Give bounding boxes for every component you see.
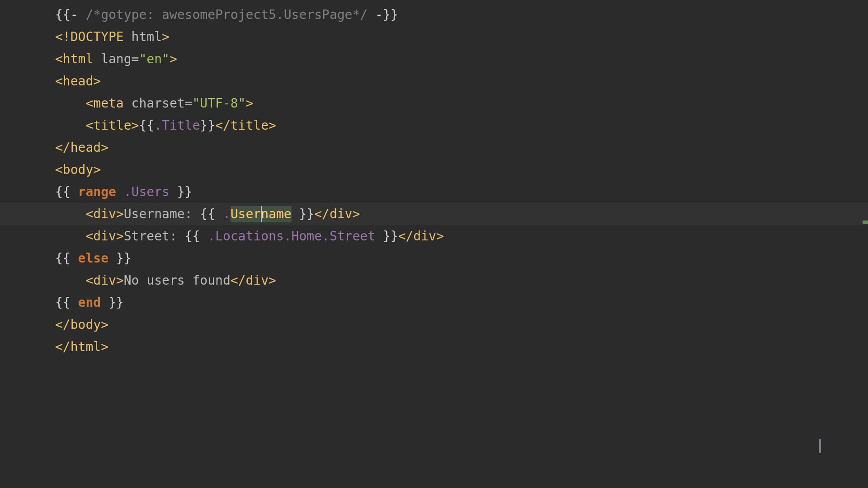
code-token: . [223,206,231,221]
code-token: > [170,52,177,66]
code-token: else [78,251,108,266]
code-line[interactable]: </head> [55,136,444,159]
code-token: {{ [55,295,78,310]
code-token: </div> [231,273,276,288]
code-token: {{- [55,7,85,22]
code-area[interactable]: {{- /*gotype: awesomeProject5.UsersPage*… [55,4,444,358]
text-cursor-icon [819,439,821,453]
code-token: range [78,184,116,199]
code-token: </div> [314,206,360,221]
code-token: lang= [101,52,139,66]
code-token: </head> [55,140,108,155]
code-token: </body> [55,317,108,332]
code-line[interactable]: {{- /*gotype: awesomeProject5.UsersPage*… [55,4,444,26]
code-line[interactable]: <div>Street: {{ .Locations.Home.Street }… [55,225,444,247]
code-line[interactable]: <meta charset="UTF-8"> [55,92,444,114]
code-token: .Title [154,118,200,133]
code-token: }} [200,118,215,133]
code-line[interactable]: <div>Username: {{ .Username }}</div> [55,203,444,225]
code-token: html [132,29,162,44]
code-token: </html> [55,339,108,354]
code-line[interactable]: </html> [55,336,444,358]
code-token: <div> [85,229,123,244]
code-line[interactable]: <body> [55,159,444,181]
code-token: "en" [139,52,169,66]
code-token: .Users [124,184,170,199]
code-line[interactable]: {{ range .Users }} [55,181,444,203]
code-editor[interactable]: {{- /*gotype: awesomeProject5.UsersPage*… [0,0,868,488]
code-token: -}} [368,7,398,22]
code-line[interactable]: </body> [55,314,444,336]
code-line[interactable]: {{ else }} [55,247,444,269]
code-token: {{ [200,206,223,221]
code-token: {{ [185,229,208,244]
code-token: <head> [55,74,101,89]
code-token: No users found [124,273,231,288]
code-token: }} [170,184,193,199]
code-line[interactable]: <!DOCTYPE html> [55,26,444,48]
code-token: <div> [85,273,123,288]
code-token: {{ [139,118,154,133]
code-token: Street: [124,229,185,244]
code-token: </div> [398,229,444,244]
code-line[interactable]: <head> [55,70,444,92]
code-token: <body> [55,162,101,177]
code-token: }} [375,229,398,244]
vcs-change-marker [863,221,868,224]
code-token: Username [231,206,292,221]
code-line[interactable]: <title>{{.Title}}</title> [55,114,444,136]
code-token: > [245,96,253,111]
code-token: <div> [85,206,123,221]
code-line[interactable]: <html lang="en"> [55,48,444,70]
inspection-ok-icon[interactable] [847,5,862,19]
code-token: .Locations.Home.Street [208,229,375,244]
code-token: charset= [132,96,193,111]
code-token: <html [55,52,101,66]
code-line[interactable]: <div>No users found</div> [55,269,444,291]
code-token [116,184,124,199]
code-token: <!DOCTYPE [55,29,132,44]
code-token: }} [101,295,124,310]
code-token: Username: [124,206,200,221]
code-token: {{ [55,251,78,266]
code-token: "UTF-8" [192,96,245,111]
code-token: <meta [85,96,131,111]
code-token: }} [108,251,132,266]
code-token: }} [292,206,315,221]
code-token: {{ [55,184,78,199]
code-token: > [162,29,170,44]
code-line[interactable]: {{ end }} [55,291,444,314]
code-token: </title> [215,118,276,133]
code-token: <title> [85,118,139,133]
code-token: /*gotype: awesomeProject5.UsersPage*/ [85,7,368,22]
code-token: end [78,295,101,310]
